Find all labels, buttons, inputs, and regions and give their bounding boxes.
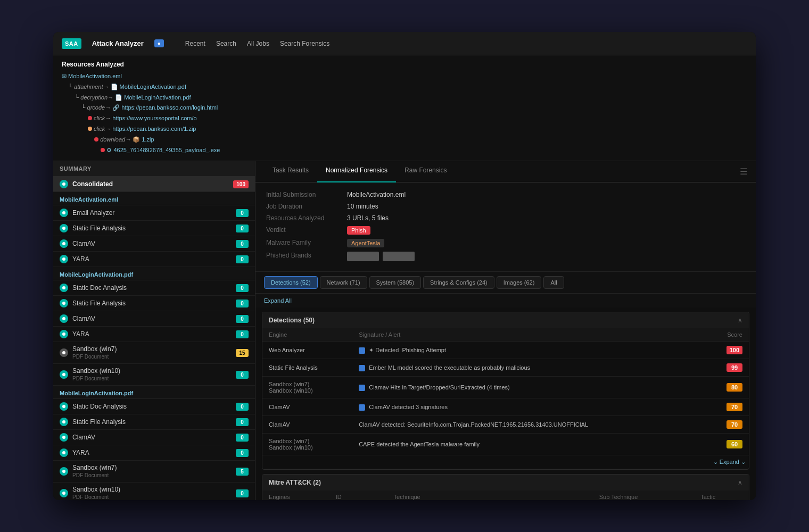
clamav-3-badge: 0 bbox=[236, 434, 249, 442]
svg-point-12 bbox=[62, 420, 65, 423]
sandbox-win10-1-label: Sandbox (win10)PDF Document bbox=[72, 367, 232, 382]
mitre-block-chevron: ∧ bbox=[738, 479, 742, 486]
sidebar-item-sandbox-win10-2[interactable]: Sandbox (win10)PDF Document 0 bbox=[53, 483, 255, 500]
tree-node-0: ✉ MobileActivation.eml bbox=[62, 71, 747, 82]
sandbox-win10-2-badge: 0 bbox=[236, 489, 249, 497]
row-score: 99 bbox=[707, 359, 749, 377]
sidebar-item-static-file-3[interactable]: Static File Analysis 0 bbox=[53, 414, 255, 430]
sandbox-win7-1-label: Sandbox (win7)PDF Document bbox=[72, 345, 232, 360]
sidebar-item-yara-3[interactable]: YARA 0 bbox=[53, 445, 255, 461]
sidebar-item-sandbox-win7-1[interactable]: Sandbox (win7)PDF Document 15 bbox=[53, 342, 255, 364]
malware-family-badge: AgentTesla bbox=[347, 239, 384, 247]
sandbox-win7-2-label: Sandbox (win7)PDF Document bbox=[72, 464, 232, 479]
sidebar-item-email-analyzer[interactable]: Email Analyzer 0 bbox=[53, 205, 255, 221]
resources-analyzed-label: Resources Analyzed bbox=[266, 214, 341, 222]
meta-section: Initial Submission MobileActivation.eml … bbox=[255, 182, 756, 272]
static-file-1-icon bbox=[60, 224, 68, 232]
table-row: ClamAV ClamAV detected 3 signatures 70 bbox=[262, 398, 749, 416]
mitre-col-sub: Sub Technique bbox=[593, 491, 694, 500]
nav-all-jobs[interactable]: All Jobs bbox=[247, 40, 269, 47]
yara-3-label: YARA bbox=[72, 449, 232, 456]
sidebar-item-clamav-2[interactable]: ClamAV 0 bbox=[53, 311, 255, 327]
score-badge: 99 bbox=[727, 363, 742, 372]
sandbox-win7-2-icon bbox=[60, 467, 68, 476]
tab-task-results[interactable]: Task Results bbox=[264, 161, 317, 182]
job-duration-label: Job Duration bbox=[266, 203, 341, 210]
sidebar: Summary Consolidated 100 MobileActivatio… bbox=[53, 161, 255, 500]
expand-link[interactable]: ⌄ Expand ⌄ bbox=[713, 459, 746, 465]
topbar-app-name: Attack Analyzer bbox=[92, 39, 144, 47]
nav-recent[interactable]: Recent bbox=[185, 40, 205, 47]
sidebar-item-yara-1[interactable]: YARA 0 bbox=[53, 252, 255, 267]
sidebar-item-sandbox-win7-2[interactable]: Sandbox (win7)PDF Document 5 bbox=[53, 461, 255, 483]
brand-box-1 bbox=[347, 252, 379, 261]
static-file-1-badge: 0 bbox=[236, 225, 249, 232]
static-file-2-icon bbox=[60, 299, 68, 307]
sidebar-item-yara-2[interactable]: YARA 0 bbox=[53, 327, 255, 342]
sidebar-item-consolidated[interactable]: Consolidated 100 bbox=[53, 177, 255, 192]
mitre-block-header[interactable]: Mitre ATT&CK (2) ∧ bbox=[262, 475, 749, 491]
tab-normalized-forensics[interactable]: Normalized Forensics bbox=[317, 161, 396, 182]
expand-link-cell[interactable]: ⌄ Expand ⌄ bbox=[262, 455, 749, 469]
detection-tab-network[interactable]: Network (71) bbox=[320, 276, 367, 289]
group-mobilepdf1: MobileLoginActivation.pdf bbox=[53, 267, 255, 280]
consolidated-icon bbox=[60, 180, 68, 188]
detection-tabs: Detections (52) Network (71) System (580… bbox=[255, 272, 756, 294]
clamav-1-icon bbox=[60, 239, 68, 248]
expand-row[interactable]: ⌄ Expand ⌄ bbox=[262, 455, 749, 469]
panel-menu-button[interactable]: ☰ bbox=[740, 161, 747, 182]
tree-node-3: └ qrcode→ 🔗 https://pecan.banksso.com/lo… bbox=[62, 103, 747, 113]
sandbox-win10-2-label: Sandbox (win10)PDF Document bbox=[72, 486, 232, 500]
yara-1-icon bbox=[60, 255, 68, 263]
group-mobilepdf2: MobileLoginActivation.pdf bbox=[53, 386, 255, 399]
col-score: Score bbox=[707, 328, 749, 342]
static-file-1-label: Static File Analysis bbox=[72, 225, 232, 232]
sidebar-item-static-file-1[interactable]: Static File Analysis 0 bbox=[53, 221, 255, 236]
sidebar-item-static-doc-1[interactable]: Static Doc Analysis 0 bbox=[53, 280, 255, 296]
yara-3-badge: 0 bbox=[236, 449, 249, 457]
score-badge: 100 bbox=[727, 346, 742, 354]
expand-all-button[interactable]: Expand All bbox=[264, 297, 292, 304]
detection-tab-strings[interactable]: Strings & Configs (24) bbox=[423, 276, 494, 289]
detection-tab-all[interactable]: All bbox=[543, 276, 564, 289]
sidebar-item-static-doc-2[interactable]: Static Doc Analysis 0 bbox=[53, 399, 255, 414]
tree-node-7: ⚙ 4625_7614892678_49355_payload_.exe bbox=[62, 145, 747, 156]
clamav-1-badge: 0 bbox=[236, 240, 249, 248]
static-doc-2-icon bbox=[60, 402, 68, 411]
detection-tab-system[interactable]: System (5805) bbox=[369, 276, 422, 289]
sig-icon bbox=[359, 347, 365, 354]
svg-point-1 bbox=[62, 211, 65, 214]
nav-search[interactable]: Search bbox=[216, 40, 236, 47]
detection-block-title: Detections (50) bbox=[269, 317, 315, 324]
clamav-3-label: ClamAV bbox=[72, 434, 232, 441]
detection-block-header[interactable]: Detections (50) ∧ bbox=[262, 312, 749, 328]
static-file-3-badge: 0 bbox=[236, 418, 249, 426]
sidebar-summary-header: Summary bbox=[53, 161, 255, 177]
clamav-2-icon bbox=[60, 314, 68, 323]
row-score: 100 bbox=[707, 342, 749, 359]
tree-node-6: download→ 📦 1.zip bbox=[62, 135, 747, 145]
nav-search-forensics[interactable]: Search Forensics bbox=[280, 40, 329, 47]
sandbox-win7-2-badge: 5 bbox=[236, 468, 249, 476]
static-doc-1-label: Static Doc Analysis bbox=[72, 284, 232, 292]
results-scroll[interactable]: Detections (50) ∧ Engine Signature / Ale… bbox=[255, 307, 756, 500]
initial-submission-value: MobileActivation.eml bbox=[347, 191, 745, 198]
detection-tab-detections[interactable]: Detections (52) bbox=[264, 276, 318, 289]
resources-analyzed-value: 3 URLs, 5 files bbox=[347, 214, 745, 222]
mitre-block-title: Mitre ATT&CK (2) bbox=[269, 479, 321, 486]
sidebar-item-static-file-2[interactable]: Static File Analysis 0 bbox=[53, 296, 255, 311]
table-row: Sandbox (win7)Sandbox (win10) Clamav Hit… bbox=[262, 377, 749, 398]
initial-submission-label: Initial Submission bbox=[266, 191, 341, 198]
row-engine: Sandbox (win7)Sandbox (win10) bbox=[262, 377, 352, 398]
detection-tab-images[interactable]: Images (62) bbox=[497, 276, 542, 289]
expand-all-bar: Expand All bbox=[255, 294, 756, 307]
yara-2-label: YARA bbox=[72, 330, 232, 338]
static-file-3-icon bbox=[60, 418, 68, 426]
email-analyzer-icon bbox=[60, 209, 68, 217]
row-engine: Web Analyzer bbox=[262, 342, 352, 359]
sidebar-item-clamav-1[interactable]: ClamAV 0 bbox=[53, 236, 255, 252]
sidebar-item-sandbox-win10-1[interactable]: Sandbox (win10)PDF Document 0 bbox=[53, 364, 255, 386]
sandbox-win7-1-badge: 15 bbox=[236, 349, 249, 357]
tab-raw-forensics[interactable]: Raw Forensics bbox=[396, 161, 455, 182]
sidebar-item-clamav-3[interactable]: ClamAV 0 bbox=[53, 430, 255, 445]
